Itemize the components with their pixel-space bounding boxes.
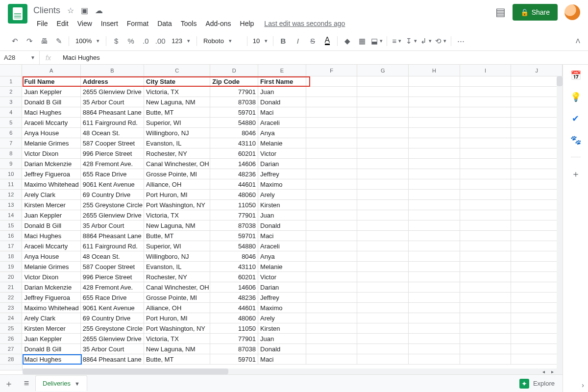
cell[interactable]: First Name xyxy=(258,76,306,87)
cell[interactable]: 87038 xyxy=(210,220,258,231)
cell[interactable] xyxy=(511,303,563,313)
cell[interactable] xyxy=(357,118,409,128)
cell[interactable]: Maci Hughes xyxy=(22,354,80,365)
cell[interactable] xyxy=(409,354,460,365)
cell[interactable] xyxy=(306,128,358,138)
row-header[interactable]: 21 xyxy=(0,282,22,293)
row-header[interactable]: 8 xyxy=(0,148,22,159)
cell[interactable]: 8864 Pheasant Lane xyxy=(81,354,144,365)
cell[interactable] xyxy=(511,282,563,293)
cell[interactable]: 48 Ocean St. xyxy=(81,128,144,138)
cell[interactable] xyxy=(306,118,358,128)
cell[interactable]: Full Name xyxy=(22,76,80,87)
vertical-scrollbar[interactable] xyxy=(557,76,563,374)
cell[interactable]: Anya House xyxy=(22,128,80,138)
cell[interactable]: Arely xyxy=(258,190,306,200)
cell[interactable] xyxy=(511,190,563,200)
cell[interactable] xyxy=(306,272,358,282)
cell[interactable] xyxy=(357,231,409,241)
cell[interactable] xyxy=(511,87,563,97)
cell[interactable]: 14606 xyxy=(210,159,258,169)
row-header[interactable]: 3 xyxy=(0,97,22,107)
cell[interactable]: 87038 xyxy=(210,344,258,354)
cell[interactable]: Grosse Pointe, MI xyxy=(144,293,210,303)
menu-view[interactable]: View xyxy=(74,18,96,29)
keep-icon[interactable]: 💡 xyxy=(571,92,581,102)
cell[interactable]: Araceli Mccarty xyxy=(22,118,80,128)
cell[interactable] xyxy=(357,354,409,365)
cell[interactable] xyxy=(357,97,409,107)
cell[interactable]: 587 Cooper Street xyxy=(81,262,144,272)
cell[interactable] xyxy=(460,220,512,231)
row-header[interactable]: 26 xyxy=(0,334,22,344)
cell[interactable]: Superior, WI xyxy=(144,241,210,251)
cell[interactable] xyxy=(306,87,358,97)
cell[interactable]: Juan Keppler xyxy=(22,334,80,344)
cell[interactable] xyxy=(409,118,460,128)
cell[interactable] xyxy=(306,241,358,251)
cell[interactable] xyxy=(409,210,460,220)
cell[interactable]: 9061 Kent Avenue xyxy=(81,179,144,190)
redo-icon[interactable]: ↷ xyxy=(23,34,36,48)
cell[interactable]: Araceli xyxy=(258,241,306,251)
share-button[interactable]: 🔒Share xyxy=(513,4,558,21)
formula-bar[interactable]: Maci Hughes xyxy=(57,54,106,61)
col-header[interactable]: A xyxy=(22,65,80,76)
cell[interactable] xyxy=(460,179,512,190)
cell[interactable] xyxy=(357,148,409,159)
cell[interactable]: 611 Fairground Rd. xyxy=(81,118,144,128)
cell[interactable] xyxy=(306,313,358,323)
cell[interactable] xyxy=(460,251,512,262)
cell[interactable] xyxy=(306,220,358,231)
cell[interactable] xyxy=(409,334,460,344)
cell[interactable]: Canal Winchester, OH xyxy=(144,159,210,169)
cell[interactable] xyxy=(511,76,563,87)
cell[interactable] xyxy=(511,128,563,138)
cell[interactable]: Araceli Mccarty xyxy=(22,241,80,251)
row-header[interactable]: 22 xyxy=(0,293,22,303)
cell[interactable] xyxy=(306,148,358,159)
hide-side-panel-icon[interactable]: › xyxy=(582,381,584,389)
cell[interactable] xyxy=(511,210,563,220)
cell[interactable]: Darian xyxy=(258,159,306,169)
cell[interactable]: 2655 Glenview Drive xyxy=(81,210,144,220)
cell[interactable] xyxy=(409,344,460,354)
cell[interactable]: 60201 xyxy=(210,272,258,282)
cell[interactable]: 77901 xyxy=(210,87,258,97)
cell[interactable]: Evanston, IL xyxy=(144,138,210,148)
star-icon[interactable]: ☆ xyxy=(67,6,74,15)
menu-help[interactable]: Help xyxy=(237,18,258,29)
cell[interactable] xyxy=(357,190,409,200)
cell[interactable] xyxy=(460,231,512,241)
move-icon[interactable]: ▣ xyxy=(81,6,88,15)
col-header[interactable]: C xyxy=(144,65,210,76)
cell[interactable]: Jeffrey xyxy=(258,293,306,303)
cell[interactable] xyxy=(306,262,358,272)
cell[interactable]: Maximo Whitehead xyxy=(22,179,80,190)
cell[interactable] xyxy=(357,334,409,344)
cell[interactable]: 2655 Glenview Drive xyxy=(81,334,144,344)
cell[interactable]: Maci Hughes xyxy=(22,231,80,241)
cell[interactable]: Maximo Whitehead xyxy=(22,303,80,313)
col-header[interactable]: G xyxy=(357,65,409,76)
cell[interactable]: Kirsten Mercer xyxy=(22,323,80,334)
cell[interactable]: 35 Arbor Court xyxy=(81,97,144,107)
cell[interactable]: 69 Country Drive xyxy=(81,190,144,200)
cell[interactable]: 428 Fremont Ave. xyxy=(81,282,144,293)
cell[interactable] xyxy=(357,282,409,293)
cell[interactable] xyxy=(409,241,460,251)
row-header[interactable]: 15 xyxy=(0,220,22,231)
cell[interactable] xyxy=(460,303,512,313)
cell[interactable] xyxy=(511,241,563,251)
cell[interactable] xyxy=(357,169,409,179)
menu-insert[interactable]: Insert xyxy=(98,18,122,29)
avatar[interactable] xyxy=(564,4,580,20)
cell[interactable] xyxy=(306,179,358,190)
cell[interactable] xyxy=(306,200,358,210)
cell[interactable] xyxy=(460,128,512,138)
last-edit[interactable]: Last edit was seconds ago xyxy=(264,20,345,27)
currency-icon[interactable]: $ xyxy=(109,34,123,48)
cell[interactable]: Willingboro, NJ xyxy=(144,251,210,262)
cell[interactable]: 48060 xyxy=(210,190,258,200)
cell[interactable] xyxy=(460,200,512,210)
